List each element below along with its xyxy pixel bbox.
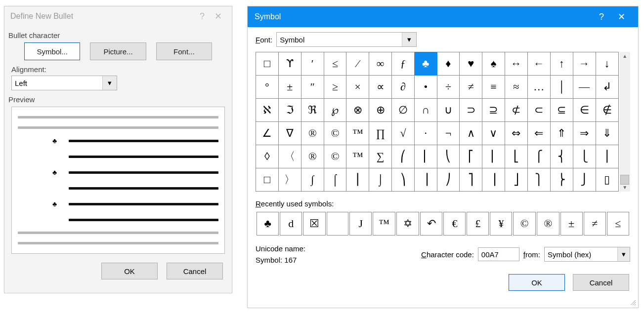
- symbol-cell[interactable]: ◊: [256, 145, 279, 168]
- symbol-cell[interactable]: ∠: [256, 122, 279, 145]
- symbol-cell[interactable]: ←: [527, 52, 550, 76]
- ok-button[interactable]: OK: [101, 263, 158, 279]
- scroll-up-icon[interactable]: ▲: [622, 53, 627, 59]
- symbol-cell[interactable]: ⊗: [346, 99, 369, 122]
- symbol-cell[interactable]: ×: [346, 76, 369, 99]
- symbol-cell[interactable]: ⎡: [460, 145, 482, 168]
- symbol-cell[interactable]: ±: [278, 76, 301, 99]
- symbol-cell[interactable]: ™: [346, 122, 369, 145]
- font-button[interactable]: Font...: [156, 42, 212, 60]
- symbol-cell[interactable]: ♠: [482, 52, 505, 76]
- symbol-cell[interactable]: ⎣: [505, 145, 527, 168]
- symbol-cell[interactable]: ƒ: [392, 52, 415, 76]
- symbol-cell[interactable]: ℑ: [278, 99, 301, 122]
- symbol-cell[interactable]: ↑: [550, 52, 573, 76]
- recent-symbol-cell[interactable]: €: [443, 212, 466, 236]
- recent-symbol-cell[interactable]: ™: [373, 212, 395, 236]
- symbol-cell[interactable]: ⇒: [573, 122, 596, 145]
- symbol-cell[interactable]: ∏: [369, 122, 392, 145]
- help-icon[interactable]: ?: [194, 11, 210, 22]
- recent-symbol-cell[interactable]: ↶: [420, 212, 443, 236]
- symbol-cell[interactable]: ⎢: [482, 145, 505, 168]
- symbol-cell[interactable]: ⇑: [550, 122, 573, 145]
- symbol-cell[interactable]: ⇔: [505, 122, 527, 145]
- symbol-cell[interactable]: ⎦: [505, 168, 527, 192]
- symbol-cell[interactable]: ·: [414, 122, 437, 145]
- symbol-cell[interactable]: ∝: [369, 76, 392, 99]
- symbol-cell[interactable]: ∉: [596, 99, 618, 122]
- symbol-cell[interactable]: ⎬: [550, 168, 573, 192]
- symbol-cell[interactable]: ↲: [596, 76, 618, 99]
- symbol-cell[interactable]: ®: [301, 145, 324, 168]
- symbol-cell[interactable]: …: [527, 76, 550, 99]
- symbol-cell[interactable]: ⌠: [324, 168, 346, 192]
- symbol-cell[interactable]: ∨: [482, 122, 505, 145]
- symbol-cell[interactable]: ♣: [414, 52, 437, 76]
- scroll-thumb[interactable]: [620, 175, 629, 185]
- symbol-cell[interactable]: °: [256, 76, 279, 99]
- symbol-cell[interactable]: ℘: [324, 99, 346, 122]
- symbol-cell[interactable]: ⊂: [527, 99, 550, 122]
- symbol-cell[interactable]: ≡: [482, 76, 505, 99]
- symbol-cell[interactable]: ⁄: [346, 52, 369, 76]
- symbol-cell[interactable]: ⎛: [392, 145, 415, 168]
- symbol-cell[interactable]: ∧: [460, 122, 482, 145]
- symbol-cell[interactable]: ≈: [505, 76, 527, 99]
- symbol-cell[interactable]: 〈: [278, 145, 301, 168]
- symbol-cell[interactable]: ÷: [437, 76, 460, 99]
- symbol-cell[interactable]: ⎤: [460, 168, 482, 192]
- recent-symbol-cell[interactable]: J: [349, 212, 372, 236]
- help-icon[interactable]: ?: [592, 12, 611, 22]
- symbol-cell[interactable]: ⎝: [437, 145, 460, 168]
- symbol-cell[interactable]: ⎮: [346, 168, 369, 192]
- symbol-cell[interactable]: ©: [324, 145, 346, 168]
- picture-button[interactable]: Picture...: [90, 42, 146, 60]
- recent-symbol-cell[interactable]: ≤: [607, 212, 629, 236]
- symbol-cell[interactable]: ∑: [369, 145, 392, 168]
- symbol-cell[interactable]: —: [573, 76, 596, 99]
- scrollbar[interactable]: ▲ ▼: [620, 52, 630, 192]
- symbol-cell[interactable]: ♥: [460, 52, 482, 76]
- font-select[interactable]: Symbol ▾: [276, 32, 417, 47]
- symbol-cell[interactable]: ⎩: [573, 145, 596, 168]
- cancel-button[interactable]: Cancel: [167, 263, 223, 279]
- recent-symbol-cell[interactable]: ✡: [396, 212, 419, 236]
- symbol-cell[interactable]: ⇓: [596, 122, 618, 145]
- symbol-cell[interactable]: ⎨: [550, 145, 573, 168]
- cancel-button[interactable]: Cancel: [573, 274, 629, 291]
- symbol-cell[interactable]: ®: [301, 122, 324, 145]
- from-select[interactable]: Symbol (hex) ▾: [544, 247, 630, 262]
- symbol-cell[interactable]: □: [256, 168, 279, 192]
- recent-symbol-cell[interactable]: ®: [537, 212, 559, 236]
- symbol-cell[interactable]: ⊆: [550, 99, 573, 122]
- alignment-select[interactable]: Left ▾: [11, 76, 117, 90]
- symbol-cell[interactable]: ↓: [596, 52, 618, 76]
- symbol-cell[interactable]: ℵ: [256, 99, 279, 122]
- symbol-cell[interactable]: ⊄: [505, 99, 527, 122]
- symbol-cell[interactable]: ⊇: [482, 99, 505, 122]
- symbol-cell[interactable]: ∅: [392, 99, 415, 122]
- symbol-cell[interactable]: ∫: [301, 168, 324, 192]
- symbol-cell[interactable]: √: [392, 122, 415, 145]
- recent-symbol-cell[interactable]: ¥: [490, 212, 512, 236]
- scroll-down-icon[interactable]: ▼: [622, 185, 627, 190]
- symbol-grid[interactable]: □ϒ′≤⁄∞ƒ♣♦♥♠↔←↑→↓°±″≥×∝∂•÷≠≡≈…│—↲ℵℑℜ℘⊗⊕∅∩…: [256, 52, 619, 192]
- symbol-cell[interactable]: ″: [301, 76, 324, 99]
- symbol-cell[interactable]: ∈: [573, 99, 596, 122]
- symbol-cell[interactable]: □: [256, 52, 279, 76]
- symbol-cell[interactable]: ∞: [369, 52, 392, 76]
- recent-symbol-cell[interactable]: ☒: [303, 212, 326, 236]
- char-code-input[interactable]: [478, 247, 519, 261]
- symbol-cell[interactable]: │: [550, 76, 573, 99]
- recent-symbols[interactable]: ♣d☒ J™✡↶€£¥©®±≠≤: [256, 211, 630, 236]
- recent-symbol-cell[interactable]: d: [280, 212, 302, 236]
- recent-symbol-cell[interactable]: ♣: [257, 212, 279, 236]
- symbol-cell[interactable]: ▯: [596, 168, 618, 192]
- recent-symbol-cell[interactable]: [327, 212, 348, 236]
- symbol-cell[interactable]: ⎫: [527, 168, 550, 192]
- symbol-cell[interactable]: ⇐: [527, 122, 550, 145]
- symbol-cell[interactable]: ⌡: [369, 168, 392, 192]
- ok-button[interactable]: OK: [509, 274, 565, 291]
- resize-grip-icon[interactable]: [630, 299, 637, 306]
- symbol-cell[interactable]: ⎞: [392, 168, 415, 192]
